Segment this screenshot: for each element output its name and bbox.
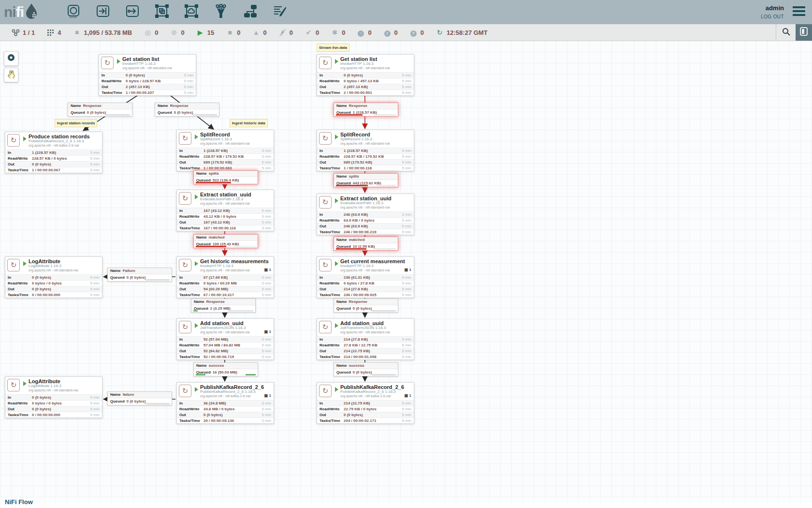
in-stat: 246 (63.9 KB): [344, 212, 402, 217]
queued-stat: 0 (0 bytes): [127, 399, 146, 403]
hand-button[interactable]: [4, 68, 18, 82]
flow-canvas[interactable]: Ingest station recordsIngest historic da…: [0, 41, 812, 508]
toolbar-funnel-button[interactable]: [213, 4, 229, 20]
processor-bundle: org.apache.nifi - nifi-standard-nar: [200, 202, 251, 206]
breadcrumb[interactable]: NiFi Flow: [5, 498, 33, 506]
connection-name: Response: [170, 104, 188, 108]
connection-failure[interactable]: NameFailure Queued0 (0 bytes): [107, 268, 172, 282]
connection-failure[interactable]: Namefailure Queued0 (0 bytes): [107, 391, 172, 405]
queued-count: 1,095 / 53.78 MB: [84, 29, 132, 36]
toolbar-processor-button[interactable]: [65, 4, 82, 20]
birdseye-button[interactable]: [4, 51, 18, 66]
connection-splits[interactable]: Namesplits Queued443 (115.62 KB): [334, 173, 398, 187]
connection-matched[interactable]: Namematched Queued10 (2.59 KB): [334, 237, 398, 251]
processor-type: LogAttribute 1.16.3: [29, 264, 78, 269]
out-stat: 2 (457.13 KB): [344, 84, 402, 90]
in-stat: 0 (0 bytes): [32, 395, 90, 400]
connection-name: Response: [206, 299, 225, 304]
label-stream-live-data[interactable]: Stream live-data: [317, 44, 349, 52]
processor-get-station-list[interactable]: ↻ Get station list InvokeHTTP 1.16.3 org…: [99, 54, 196, 96]
connection-success[interactable]: Namesuccess Queued16 (50.03 MB): [193, 362, 258, 376]
active-thread-count: ▦ 1: [405, 268, 411, 272]
processor-type: InvokeHTTP 1.16.3: [122, 62, 172, 66]
processor-publishkafkarecord-2-6[interactable]: ↻ PublishKafkaRecord_2_6 PublishKafkaRec…: [176, 382, 274, 424]
running-status-icon: [195, 194, 198, 199]
search-button[interactable]: [776, 24, 796, 41]
stopped-count: 0: [237, 29, 240, 36]
connection-response[interactable]: NameResponse Queued1 (228.57 KB): [334, 103, 398, 117]
running-count: 15: [207, 29, 214, 36]
status-transmitting: ◎0: [144, 29, 158, 36]
toolbar-label-button[interactable]: [272, 4, 288, 20]
processor-get-current-measurement[interactable]: ↻ Get current measurement InvokeHTTP 1.1…: [317, 256, 414, 298]
processor-get-station-list[interactable]: ↻ Get station list InvokeHTTP 1.16.3 org…: [317, 54, 414, 96]
tasks-time-stat: 167 / 00:00:00.116: [203, 225, 261, 231]
processor-type: PublishKafkaRecord_2_6 1.16.3: [29, 139, 90, 144]
global-menu-button[interactable]: [793, 6, 805, 16]
running-status-icon: [335, 134, 338, 139]
toolbar-template-button[interactable]: [242, 4, 259, 20]
tasks-time-stat: 246 / 00:00:00.219: [344, 229, 402, 235]
processor-bundle: org.apache.nifi - nifi-standard-nar: [122, 66, 172, 70]
processor-icon: ↻: [179, 385, 191, 397]
out-stat: 52 (84.82 MB): [203, 348, 261, 354]
label-ingest-historic-data[interactable]: Ingest historic data: [230, 119, 268, 127]
label-ingest-station-records[interactable]: Ingest station records: [55, 119, 97, 127]
locally-modified-stale-count: 0: [394, 29, 398, 36]
refresh-icon: ↻: [435, 29, 444, 36]
transmitting-icon: ◎: [144, 29, 152, 36]
status-refresh[interactable]: ↻ 12:58:27 GMT: [435, 29, 488, 36]
toolbar-output-port-button[interactable]: [124, 4, 141, 20]
processor-bundle: org.apache.nifi - nifi-kafka-2-6-nar: [200, 394, 264, 398]
processor-splitrecord[interactable]: ↻ SplitRecord SplitRecord 1.16.3 org.apa…: [176, 130, 274, 171]
not-transmitting-count: 0: [181, 29, 185, 36]
status-sync-failure: ?0: [409, 29, 424, 37]
out-stat: 2 (457.13 KB): [126, 84, 184, 90]
processor-logattribute[interactable]: ↻ LogAttribute LogAttribute 1.16.3 org.a…: [5, 376, 102, 418]
toolbar-process-group-button[interactable]: [154, 4, 170, 20]
processor-bundle: org.apache.nifi - nifi-standard-nar: [340, 269, 405, 272]
processor-bundle: org.apache.nifi - nifi-standard-nar: [200, 142, 250, 146]
remote-process-group-icon: [184, 4, 199, 20]
connection-success[interactable]: Namesuccess Queued0 (0 bytes): [334, 362, 398, 376]
connection-matched[interactable]: Namematched Queued100 (25.43 KB): [193, 234, 258, 248]
processor-get-historic-measurements[interactable]: ↻ Get historic measurements InvokeHTTP 1…: [176, 256, 274, 298]
toolbar-remote-process-group-button[interactable]: [183, 4, 200, 20]
in-stat: 214 (27.8 KB): [344, 337, 402, 342]
processor-extract-station-uuid[interactable]: ↻ Extract station_uuid EvaluateJsonPath …: [317, 194, 414, 235]
connection-splits[interactable]: Namesplits Queued522 (136.4 KB): [193, 170, 258, 184]
label-icon: [273, 4, 287, 20]
processor-splitrecord[interactable]: ↻ SplitRecord SplitRecord 1.16.3 org.apa…: [317, 130, 414, 171]
processor-logattribute[interactable]: ↻ LogAttribute LogAttribute 1.16.3 org.a…: [5, 256, 102, 298]
logout-link[interactable]: LOG OUT: [761, 13, 784, 20]
processor-icon: ↻: [319, 132, 332, 145]
processor-add-station-uuid[interactable]: ↻ Add station_uuid JoltTransformJSON 1.1…: [176, 318, 274, 360]
connection-response[interactable]: NameResponse Queued2 (3.25 MB): [191, 299, 256, 313]
processor-add-station-uuid[interactable]: ↻ Add station_uuid JoltTransformJSON 1.1…: [317, 318, 414, 360]
active-threads-count: 4: [58, 29, 61, 36]
toolbar-input-port-button[interactable]: [95, 4, 111, 20]
processor-extract-station-uuid[interactable]: ↻ Extract station_uuid EvaluateJsonPath …: [176, 190, 274, 231]
read-write-stat: 0 bytes / 0 bytes: [32, 281, 90, 286]
read-write-stat: 63.9 KB / 0 bytes: [344, 218, 402, 223]
stopped-icon: ■: [226, 29, 234, 36]
processor-publishkafkarecord-2-6[interactable]: ↻ PublishKafkaRecord_2_6 PublishKafkaRec…: [317, 382, 414, 424]
connection-response[interactable]: NameResponse Queued0 (0 bytes): [334, 299, 398, 313]
connection-name: Response: [83, 104, 102, 108]
processor-icon: ↻: [179, 132, 191, 145]
connection-response[interactable]: NameResponse Queued0 (0 bytes): [155, 103, 219, 117]
panel-toggle-button[interactable]: [796, 24, 812, 41]
processor-produce-station-records[interactable]: ↻ Produce station records PublishKafkaRe…: [5, 132, 102, 173]
status-invalid: ▲0: [252, 29, 266, 36]
processor-bundle: org.apache.nifi - nifi-standard-nar: [340, 206, 392, 209]
status-disabled: 0: [278, 29, 293, 36]
running-icon: ▶: [196, 29, 204, 36]
processor-type: SplitRecord 1.16.3: [200, 137, 250, 142]
processor-icon: ↻: [319, 259, 332, 271]
active-thread-count: ▦ 1: [264, 268, 271, 272]
out-stat: 0 (0 bytes): [32, 162, 90, 167]
processor-bundle: org.apache.nifi - nifi-standard-nar: [340, 66, 390, 70]
connection-response[interactable]: NameResponse Queued0 (0 bytes): [68, 103, 132, 117]
birdseye-icon: [7, 53, 15, 64]
processor-icon: [66, 4, 81, 20]
